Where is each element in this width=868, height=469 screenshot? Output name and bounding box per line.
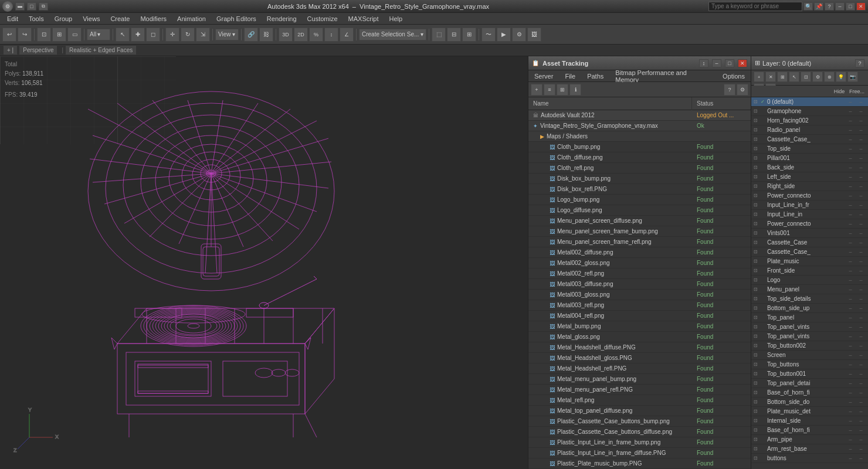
- list-item[interactable]: 🖼Plastic_Cassette_Case_buttons_diffuse.p…: [528, 427, 751, 437]
- list-item[interactable]: 🖼Menu_panel_screen_diffuse.png Found: [528, 216, 751, 226]
- layer-hide-col[interactable]: –: [846, 456, 855, 461]
- named-selection-dropdown[interactable]: Create Selection Se... ▾: [359, 29, 426, 40]
- layer-hide-col[interactable]: –: [846, 155, 855, 161]
- layer-freeze-col[interactable]: –: [856, 427, 866, 433]
- layer-hide-col[interactable]: –: [846, 146, 855, 152]
- layer-row[interactable]: ⊡ Top_side_details – –: [751, 294, 868, 304]
- list-item[interactable]: 🖼Menu_panel_screen_frame_bump.png Found: [528, 226, 751, 237]
- maximize-btn[interactable]: □: [27, 2, 36, 11]
- list-item[interactable]: 🖼Metal004_refl.png Found: [528, 311, 751, 321]
- layer-hide-col[interactable]: –: [846, 296, 855, 302]
- pin-btn[interactable]: 📌: [814, 2, 823, 11]
- menu-modifiers[interactable]: Modifiers: [135, 13, 171, 25]
- viewport-shading-label[interactable]: Realistic + Edged Faces: [66, 46, 136, 55]
- list-item[interactable]: 🖼Metal003_refl.png Found: [528, 300, 751, 311]
- layer-hide-col[interactable]: –: [846, 362, 855, 368]
- layer-hide-col[interactable]: –: [846, 343, 855, 349]
- layer-row[interactable]: ⊡ Left_side – –: [751, 172, 868, 182]
- layer-freeze-col[interactable]: –: [856, 230, 866, 236]
- layer-freeze-col[interactable]: –: [856, 137, 866, 142]
- asset-grid-btn[interactable]: ⊞: [557, 84, 568, 96]
- render-frame-btn[interactable]: 🖼: [527, 28, 541, 42]
- layer-freeze-col[interactable]: –: [856, 268, 866, 274]
- layer-row[interactable]: ⊡ Front_side – –: [751, 266, 868, 276]
- viewport-perspective-label[interactable]: Perspective: [19, 46, 57, 55]
- layer-freeze-col[interactable]: –: [856, 371, 866, 377]
- layer-row[interactable]: ⊡ Internal_side – –: [751, 416, 868, 426]
- asset-menu-paths[interactable]: Paths: [581, 70, 609, 82]
- menu-graph-editors[interactable]: Graph Editors: [212, 13, 261, 25]
- asset-panel-minimize[interactable]: –: [712, 59, 721, 67]
- layer-row[interactable]: ⊡ Right_side – –: [751, 182, 868, 191]
- layer-row[interactable]: ⊡ Power_connecto – –: [751, 191, 868, 200]
- layer-row[interactable]: ⊡ Gramophone – –: [751, 107, 868, 116]
- layer-hide-col[interactable]: –: [846, 437, 855, 443]
- layer-row[interactable]: ⊡ Top_button001 – –: [751, 369, 868, 379]
- layer-hide-col[interactable]: –: [846, 99, 855, 105]
- layer-hide-col[interactable]: –: [846, 249, 855, 255]
- layer-freeze-col[interactable]: –: [856, 221, 866, 227]
- minimize-btn[interactable]: ▬: [15, 2, 25, 11]
- window-close[interactable]: ✕: [856, 2, 866, 11]
- layer-freeze-col[interactable]: –: [856, 277, 866, 283]
- layer-hide-col[interactable]: –: [846, 399, 855, 405]
- layer-hide-col[interactable]: –: [846, 315, 855, 321]
- layer-add-sel-btn[interactable]: ⊞: [777, 72, 788, 82]
- menu-tools[interactable]: Tools: [24, 13, 49, 25]
- percent-snap-btn[interactable]: %: [309, 28, 323, 42]
- layer-freeze-col[interactable]: –: [856, 174, 866, 180]
- layer-row[interactable]: ⊡ Top_panel – –: [751, 313, 868, 322]
- asset-help-btn[interactable]: ?: [724, 84, 735, 96]
- layer-hide-col[interactable]: –: [846, 418, 855, 424]
- menu-customize[interactable]: Customize: [303, 13, 343, 25]
- list-item[interactable]: 🖼Disk_box_bump.png Found: [528, 174, 751, 184]
- window-restore[interactable]: □: [846, 2, 855, 11]
- view-dropdown[interactable]: View ▾: [215, 29, 239, 40]
- layer-row[interactable]: ⊡ Bottom_side_do – –: [751, 397, 868, 407]
- list-item[interactable]: 🖼Metal_top_panel_diffuse.png Found: [528, 406, 751, 416]
- restore-btn[interactable]: ⧉: [39, 2, 48, 11]
- layer-row[interactable]: ⊡ ✓ 0 (default) – –: [751, 97, 868, 107]
- window-minimize[interactable]: –: [835, 2, 845, 11]
- select-obj-btn[interactable]: ⊡: [37, 28, 51, 42]
- layer-freeze-col[interactable]: –: [856, 334, 866, 339]
- layer-row[interactable]: ⊡ Base_of_horn_fi – –: [751, 388, 868, 397]
- menu-edit[interactable]: Edit: [2, 13, 23, 25]
- layer-freeze-col[interactable]: –: [856, 127, 866, 133]
- list-item[interactable]: 🖼Metal_Headshell_refl.PNG Found: [528, 363, 751, 374]
- layer-freeze-col[interactable]: –: [856, 249, 866, 255]
- asset-panel-close[interactable]: ✕: [738, 59, 747, 67]
- layer-hide-col[interactable]: –: [846, 127, 855, 133]
- layer-row[interactable]: ⊡ Cassette_Case_ – –: [751, 247, 868, 257]
- search-input[interactable]: [708, 2, 802, 11]
- layer-hide-col[interactable]: –: [846, 240, 855, 246]
- menu-rendering[interactable]: Rendering: [262, 13, 301, 25]
- layer-hide-col[interactable]: –: [846, 108, 855, 114]
- layer-btn[interactable]: ⊞: [462, 28, 476, 42]
- layer-hide-col[interactable]: –: [846, 183, 855, 189]
- list-item[interactable]: 🖼Metal002_refl.png Found: [528, 269, 751, 279]
- layer-freeze-col[interactable]: –: [856, 99, 866, 105]
- asset-settings-btn[interactable]: ⚙: [737, 84, 748, 96]
- list-item[interactable]: 🖼Metal003_diffuse.png Found: [528, 279, 751, 290]
- layer-row[interactable]: ⊡ Logo – –: [751, 276, 868, 285]
- menu-create[interactable]: Create: [106, 13, 134, 25]
- list-item[interactable]: 🖼Cloth_bump.png Found: [528, 142, 751, 152]
- layer-hide-col[interactable]: –: [846, 137, 855, 142]
- layer-freeze-col[interactable]: –: [856, 155, 866, 161]
- layer-hide-col[interactable]: –: [846, 174, 855, 180]
- list-item[interactable]: 🖼Logo_diffuse.png Found: [528, 205, 751, 216]
- layer-freeze-col[interactable]: –: [856, 240, 866, 246]
- layer-hide-col[interactable]: –: [846, 212, 855, 217]
- layer-row[interactable]: ⊡ Top_panel_detai – –: [751, 379, 868, 388]
- layer-delete-btn[interactable]: ✕: [765, 72, 776, 82]
- list-item[interactable]: 🖼Cloth_diffuse.png Found: [528, 152, 751, 163]
- layer-hide-col[interactable]: –: [846, 427, 855, 433]
- layer-freeze-col[interactable]: –: [856, 446, 866, 452]
- layer-hide-col[interactable]: –: [846, 259, 855, 264]
- menu-animation[interactable]: Animation: [172, 13, 211, 25]
- layer-row[interactable]: ⊡ Plate_music_det – –: [751, 407, 868, 416]
- menu-views[interactable]: Views: [78, 13, 104, 25]
- select-btn[interactable]: ↖: [116, 28, 130, 42]
- layer-new-btn[interactable]: +: [754, 72, 764, 82]
